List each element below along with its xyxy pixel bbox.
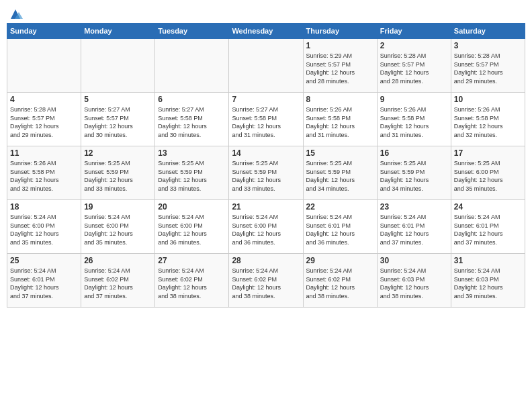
cell-text-line: Sunset: 6:01 PM [380,222,448,230]
day-number: 11 [10,148,78,158]
cell-text-line: Sunrise: 5:25 AM [158,159,226,168]
cell-text-line: and 31 minutes. [380,131,448,140]
calendar-cell: 5Sunrise: 5:27 AMSunset: 5:57 PMDaylight… [81,93,155,146]
calendar-cell: 20Sunrise: 5:24 AMSunset: 6:00 PMDayligh… [155,200,229,254]
cell-text-line: Sunrise: 5:25 AM [306,159,374,168]
cell-text-line: Sunset: 6:00 PM [84,222,152,230]
cell-text-line: Sunrise: 5:26 AM [306,105,374,114]
calendar-cell: 29Sunrise: 5:24 AMSunset: 6:02 PMDayligh… [303,254,377,308]
cell-text-line: Sunrise: 5:24 AM [232,213,300,222]
cell-text-line: Sunrise: 5:24 AM [158,213,226,222]
day-number: 18 [10,202,78,212]
calendar-cell: 21Sunrise: 5:24 AMSunset: 6:00 PMDayligh… [229,200,303,254]
calendar-body: 1Sunrise: 5:29 AMSunset: 5:57 PMDaylight… [7,39,525,308]
cell-text-line: and 33 minutes. [158,185,226,193]
calendar-cell [229,39,303,93]
cell-text-line: Sunset: 6:01 PM [306,222,374,230]
cell-text-line: Sunset: 6:00 PM [10,222,78,230]
day-number: 21 [232,202,300,212]
cell-text-line: and 30 minutes. [84,131,152,140]
calendar-cell: 27Sunrise: 5:24 AMSunset: 6:02 PMDayligh… [155,254,229,308]
day-number: 16 [380,148,448,158]
cell-text-line: Sunset: 5:57 PM [454,60,522,69]
cell-text-line: Daylight: 12 hours [10,176,78,185]
cell-text-line: and 36 minutes. [232,238,300,247]
cell-text-line: Sunrise: 5:26 AM [10,159,78,168]
cell-text-line: and 39 minutes. [454,292,522,301]
cell-text-line: Sunset: 6:02 PM [158,275,226,284]
cell-text-line: Sunset: 5:58 PM [306,114,374,123]
cell-text-line: Sunset: 5:59 PM [84,168,152,177]
calendar-cell: 16Sunrise: 5:25 AMSunset: 5:59 PMDayligh… [377,146,451,200]
calendar-cell: 10Sunrise: 5:26 AMSunset: 5:58 PMDayligh… [451,93,525,146]
calendar-cell: 31Sunrise: 5:24 AMSunset: 6:03 PMDayligh… [451,254,525,308]
cell-text-line: Daylight: 12 hours [380,68,448,77]
cell-text-line: Sunset: 5:59 PM [158,168,226,177]
cell-text-line: Daylight: 12 hours [380,230,448,238]
cell-text-line: Sunrise: 5:27 AM [232,105,300,114]
cell-text-line: Sunset: 6:00 PM [232,222,300,230]
cell-text-line: and 37 minutes. [84,292,152,301]
cell-text-line: and 33 minutes. [232,185,300,193]
cell-text-line: Sunset: 5:58 PM [454,114,522,123]
cell-text-line: Daylight: 12 hours [84,122,152,131]
cell-text-line: Sunset: 6:01 PM [454,222,522,230]
cell-text-line: Daylight: 12 hours [10,230,78,238]
cell-text-line: Daylight: 12 hours [380,122,448,131]
calendar-week-row: 4Sunrise: 5:28 AMSunset: 5:57 PMDaylight… [7,93,525,146]
day-number: 22 [306,202,374,212]
cell-text-line: and 38 minutes. [232,292,300,301]
calendar-cell [81,39,155,93]
cell-text-line: Sunset: 5:57 PM [10,114,78,123]
cell-text-line: Sunrise: 5:24 AM [380,213,448,222]
day-number: 10 [454,95,522,104]
cell-text-line: and 35 minutes. [84,238,152,247]
day-number: 7 [232,95,300,104]
calendar-week-row: 11Sunrise: 5:26 AMSunset: 5:58 PMDayligh… [7,146,525,200]
cell-text-line: Daylight: 12 hours [454,230,522,238]
cell-text-line: Sunset: 6:00 PM [454,168,522,177]
cell-text-line: Daylight: 12 hours [158,122,226,131]
cell-text-line: Daylight: 12 hours [158,283,226,292]
cell-text-line: and 32 minutes. [10,185,78,193]
cell-text-line: Sunset: 5:57 PM [84,114,152,123]
calendar-cell [7,39,81,93]
day-number: 25 [10,256,78,265]
calendar-cell: 17Sunrise: 5:25 AMSunset: 6:00 PMDayligh… [451,146,525,200]
cell-text-line: Sunrise: 5:29 AM [306,52,374,60]
cell-text-line: Sunset: 5:58 PM [380,114,448,123]
calendar-cell: 30Sunrise: 5:24 AMSunset: 6:03 PMDayligh… [377,254,451,308]
cell-text-line: and 35 minutes. [454,185,522,193]
cell-text-line: Daylight: 12 hours [232,283,300,292]
day-number: 2 [380,41,448,50]
cell-text-line: Daylight: 12 hours [232,176,300,185]
cell-text-line: and 32 minutes. [454,131,522,140]
weekday-header: Wednesday [229,24,303,39]
cell-text-line: and 34 minutes. [306,185,374,193]
cell-text-line: Sunrise: 5:25 AM [84,159,152,168]
day-number: 4 [10,95,78,104]
day-number: 17 [454,148,522,158]
cell-text-line: Sunrise: 5:28 AM [10,105,78,114]
cell-text-line: Daylight: 12 hours [158,176,226,185]
cell-text-line: Sunset: 6:02 PM [232,275,300,284]
cell-text-line: and 31 minutes. [306,131,374,140]
cell-text-line: and 29 minutes. [10,131,78,140]
calendar-cell: 2Sunrise: 5:28 AMSunset: 5:57 PMDaylight… [377,39,451,93]
cell-text-line: and 38 minutes. [380,292,448,301]
calendar-cell: 4Sunrise: 5:28 AMSunset: 5:57 PMDaylight… [7,93,81,146]
calendar-cell: 13Sunrise: 5:25 AMSunset: 5:59 PMDayligh… [155,146,229,200]
calendar-cell: 25Sunrise: 5:24 AMSunset: 6:01 PMDayligh… [7,254,81,308]
cell-text-line: Sunrise: 5:24 AM [158,267,226,275]
cell-text-line: Sunrise: 5:27 AM [84,105,152,114]
cell-text-line: Daylight: 12 hours [306,283,374,292]
calendar-cell: 23Sunrise: 5:24 AMSunset: 6:01 PMDayligh… [377,200,451,254]
calendar-cell: 12Sunrise: 5:25 AMSunset: 5:59 PMDayligh… [81,146,155,200]
cell-text-line: Sunset: 5:58 PM [232,114,300,123]
day-number: 15 [306,148,374,158]
calendar-cell: 7Sunrise: 5:27 AMSunset: 5:58 PMDaylight… [229,93,303,146]
cell-text-line: Sunset: 5:59 PM [306,168,374,177]
cell-text-line: Sunset: 5:58 PM [158,114,226,123]
cell-text-line: Sunrise: 5:24 AM [380,267,448,275]
calendar-cell: 26Sunrise: 5:24 AMSunset: 6:02 PMDayligh… [81,254,155,308]
